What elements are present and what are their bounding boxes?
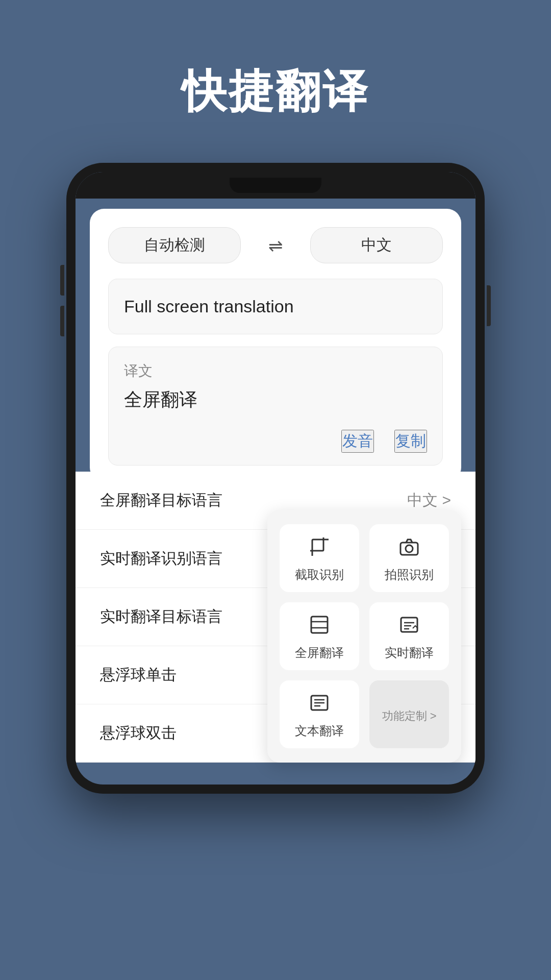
text-icon xyxy=(309,693,330,718)
settings-area: 全屏翻译目标语言 中文 > 实时翻译识别语言 实时翻译目标语言 悬浮球单击 xyxy=(76,472,475,763)
source-language-button[interactable]: 自动检测 xyxy=(108,227,241,263)
power-button xyxy=(487,285,491,326)
swap-languages-icon[interactable]: ⇌ xyxy=(268,235,283,256)
quick-action-text[interactable]: 文本翻译 xyxy=(280,680,359,748)
input-box[interactable]: Full screen translation xyxy=(108,279,443,334)
phone-screen: 自动检测 ⇌ 中文 Full screen translation 译文 全屏翻… xyxy=(76,172,475,785)
svg-point-6 xyxy=(406,545,413,552)
crop-icon xyxy=(309,536,330,561)
quick-action-crop[interactable]: 截取识别 xyxy=(280,524,359,592)
quick-action-realtime[interactable]: 实时翻译 xyxy=(369,602,449,670)
settings-label-float-double: 悬浮球双击 xyxy=(100,723,177,744)
settings-label-realtime-target: 实时翻译目标语言 xyxy=(100,606,222,627)
quick-action-realtime-label: 实时翻译 xyxy=(385,645,434,661)
quick-action-fullscreen-label: 全屏翻译 xyxy=(295,645,344,661)
result-label: 译文 xyxy=(124,361,427,381)
result-text: 全屏翻译 xyxy=(124,386,427,413)
realtime-icon xyxy=(399,615,419,640)
vol-up-button xyxy=(60,265,64,296)
settings-label-fullscreen-target: 全屏翻译目标语言 xyxy=(100,490,222,511)
settings-label-float-single: 悬浮球单击 xyxy=(100,665,177,685)
camera-icon xyxy=(399,536,419,561)
translation-card: 自动检测 ⇌ 中文 Full screen translation 译文 全屏翻… xyxy=(90,209,461,482)
page-title-area: 快捷翻译 xyxy=(0,0,551,163)
svg-rect-0 xyxy=(312,540,323,551)
svg-rect-7 xyxy=(311,617,328,633)
notch-bar xyxy=(76,172,475,199)
result-box: 译文 全屏翻译 发音 复制 xyxy=(108,347,443,465)
pronounce-button[interactable]: 发音 xyxy=(341,430,374,453)
quick-action-more[interactable]: 功能定制 > xyxy=(369,680,449,748)
quick-action-popup: 截取识别 xyxy=(267,510,461,763)
vol-down-button xyxy=(60,306,64,336)
phone-mockup: 自动检测 ⇌ 中文 Full screen translation 译文 全屏翻… xyxy=(66,163,485,794)
copy-button[interactable]: 复制 xyxy=(394,430,427,453)
settings-label-realtime-source: 实时翻译识别语言 xyxy=(100,548,222,569)
camera-notch xyxy=(230,178,321,193)
language-selector-row: 自动检测 ⇌ 中文 xyxy=(108,227,443,263)
svg-rect-10 xyxy=(401,618,417,632)
target-language-button[interactable]: 中文 xyxy=(310,227,443,263)
quick-action-camera[interactable]: 拍照识别 xyxy=(369,524,449,592)
quick-action-grid: 截取识别 xyxy=(280,524,449,748)
result-actions: 发音 复制 xyxy=(124,430,427,453)
quick-action-camera-label: 拍照识别 xyxy=(385,567,434,583)
quick-action-text-label: 文本翻译 xyxy=(295,723,344,739)
fullscreen-icon xyxy=(309,615,330,640)
quick-action-more-label: 功能定制 > xyxy=(382,708,437,724)
settings-value-fullscreen-target: 中文 > xyxy=(407,490,451,511)
quick-action-fullscreen[interactable]: 全屏翻译 xyxy=(280,602,359,670)
input-text: Full screen translation xyxy=(124,297,294,316)
page-title: 快捷翻译 xyxy=(0,61,551,122)
quick-action-crop-label: 截取识别 xyxy=(295,567,344,583)
